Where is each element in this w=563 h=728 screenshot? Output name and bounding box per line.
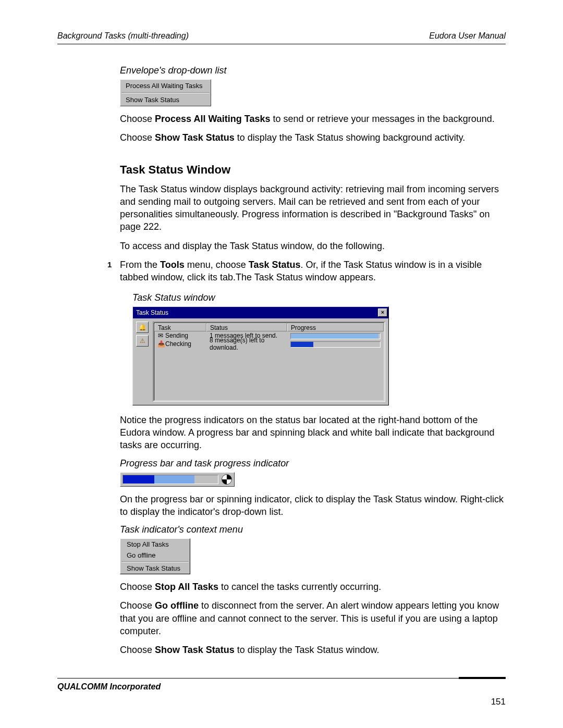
- paragraph: Choose Stop All Tasks to cancel the task…: [120, 581, 506, 593]
- menu-item-show-task-status[interactable]: Show Task Status: [120, 94, 211, 106]
- close-button[interactable]: ×: [378, 309, 387, 317]
- titlebar: Task Status ×: [133, 307, 388, 318]
- paragraph: Choose Show Task Status to display the T…: [120, 644, 506, 656]
- window-title: Task Status: [136, 309, 168, 316]
- header-left: Background Tasks (multi-threading): [57, 31, 189, 41]
- spinner-icon[interactable]: [222, 474, 232, 485]
- paragraph: Notice the progress indicators on the st…: [120, 414, 506, 452]
- row-status: 8 message(s) left to download.: [206, 336, 287, 352]
- footer-text: QUALCOMM Incorporated: [57, 682, 506, 692]
- caption-envelope-dropdown: Envelope's drop-down list: [120, 65, 506, 76]
- row-progress: [290, 333, 381, 339]
- row-progress: [290, 341, 381, 348]
- caption-task-status-window: Task Status window: [132, 292, 506, 303]
- caption-progress-bar: Progress bar and task progress indicator: [120, 458, 506, 469]
- menu-item-stop-all[interactable]: Stop All Tasks: [120, 539, 190, 550]
- header-right: Eudora User Manual: [429, 31, 506, 41]
- task-status-window: Task Status × 🔔 ⚠ Task Status Progress: [132, 306, 389, 405]
- progress-bar[interactable]: [123, 475, 218, 484]
- row-task: Checking: [165, 340, 191, 348]
- col-status[interactable]: Status: [206, 323, 287, 331]
- paragraph: Choose Process All Waiting Tasks to send…: [120, 113, 506, 125]
- header-rule: [57, 44, 506, 44]
- row-task: Sending: [165, 332, 188, 339]
- col-task[interactable]: Task: [154, 323, 206, 331]
- task-list-header: Task Status Progress: [154, 323, 384, 331]
- col-progress[interactable]: Progress: [287, 323, 384, 331]
- paragraph: On the progress bar or spinning indicato…: [120, 493, 506, 519]
- menu-separator: [121, 92, 210, 93]
- task-list: Task Status Progress ✉Sending1 messages …: [153, 322, 385, 402]
- row-icon: ✉: [157, 332, 164, 339]
- envelope-dropdown-figure: Process All Waiting Tasks Show Task Stat…: [120, 79, 211, 106]
- page-number: 151: [491, 697, 506, 707]
- paragraph: To access and display the Task Status wi…: [120, 240, 506, 252]
- menu-item-show-task-status[interactable]: Show Task Status: [120, 563, 190, 574]
- task-row[interactable]: 📥Checking8 message(s) left to download.: [154, 340, 384, 348]
- paragraph: Choose Show Task Status to display the T…: [120, 131, 506, 144]
- section-heading: Task Status Window: [120, 163, 506, 177]
- step-number: 1: [107, 258, 120, 270]
- paragraph: Choose Go offline to disconnect from the…: [120, 599, 506, 637]
- toolbar-icon-tasks[interactable]: 🔔: [136, 322, 149, 333]
- caption-context-menu: Task indicator's context menu: [120, 524, 506, 535]
- row-icon: 📥: [157, 340, 164, 348]
- step-1: 1 From the Tools menu, choose Task Statu…: [120, 258, 506, 284]
- menu-separator: [121, 561, 189, 562]
- progress-bar-figure[interactable]: [120, 472, 235, 487]
- menu-item-go-offline[interactable]: Go offline: [120, 550, 190, 561]
- toolbar-icon-info[interactable]: ⚠: [136, 335, 149, 347]
- running-header: Background Tasks (multi-threading) Eudor…: [57, 31, 506, 41]
- task-indicator-context-menu: Stop All Tasks Go offline Show Task Stat…: [120, 538, 190, 574]
- paragraph: The Task Status window displays backgrou…: [120, 183, 506, 233]
- menu-item-process-all[interactable]: Process All Waiting Tasks: [120, 80, 211, 92]
- footer: QUALCOMM Incorporated: [57, 677, 506, 692]
